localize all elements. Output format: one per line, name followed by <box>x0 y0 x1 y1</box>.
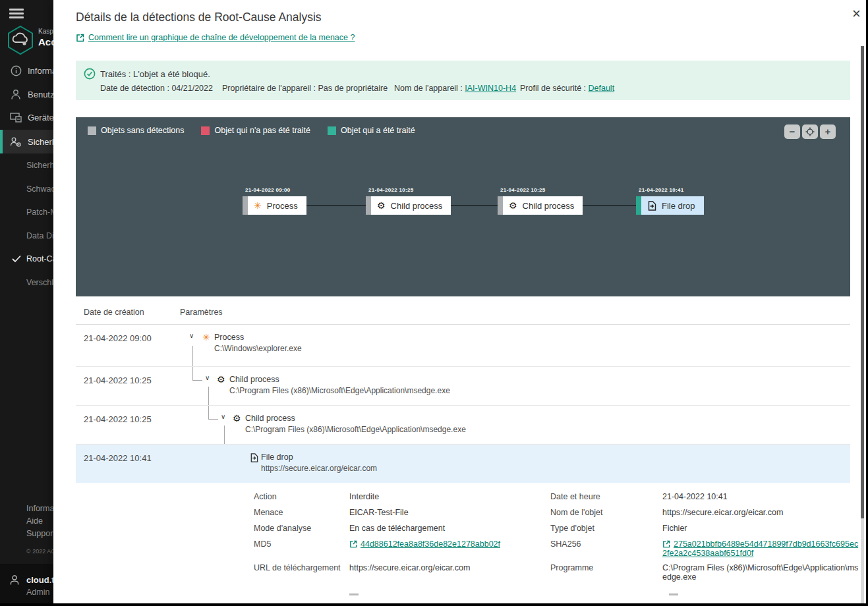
footer-link-information[interactable]: Informa <box>26 504 53 513</box>
row-date: 21-04-2022 09:00 <box>84 333 152 343</box>
datetime-value: 21-04-2022 10:41 <box>662 492 860 508</box>
footer-link-support[interactable]: Support <box>26 529 53 538</box>
sidebar-subitem-data-discovery[interactable]: Data Dis <box>26 231 53 240</box>
chevron-down-icon[interactable]: ∨ <box>205 375 210 381</box>
account-user-icon <box>9 574 20 586</box>
sidebar-account-area <box>0 564 53 606</box>
detection-details-modal: Détails de la détections de Root-Cause A… <box>53 0 868 606</box>
status-text: Traités : L'objet a été bloqué. <box>100 69 210 79</box>
info-icon <box>9 65 22 76</box>
check-icon <box>12 255 21 263</box>
chevron-down-icon[interactable]: ∨ <box>221 414 225 420</box>
row-type: Child process <box>229 375 279 384</box>
table-row-child-process-1[interactable]: 21-04-2022 10:25 ∨ ⚙ Child process C:\Pr… <box>76 367 850 406</box>
node-status-bar <box>498 196 503 215</box>
graph-legend: Objets sans détections Objet qui n'a pas… <box>88 126 415 135</box>
action-label: Action <box>254 492 349 508</box>
account-name[interactable]: cloud.te <box>26 575 53 585</box>
security-profile-link[interactable]: Default <box>589 84 615 93</box>
device-name-field: Nom de l'appareil : IAI-WIN10-H4 <box>394 84 520 93</box>
app-logo: Kaspe Acco <box>7 25 53 57</box>
sidebar-subitem-patch-management[interactable]: Patch-M <box>26 207 53 217</box>
hamburger-menu-icon[interactable] <box>9 9 24 19</box>
object-name-label: Nom de l'objet <box>550 508 662 524</box>
scan-mode-label: Mode d'analyse <box>254 524 349 539</box>
row-type: Child process <box>245 414 295 423</box>
node-timestamp: 21-04-2022 09:00 <box>245 187 290 193</box>
node-label: Process <box>267 201 298 211</box>
row-date: 21-04-2022 10:41 <box>84 453 152 463</box>
table-row-child-process-2[interactable]: 21-04-2022 10:25 ∨ ⚙ Child process C:\Pr… <box>76 406 850 445</box>
table-header: Date de création Paramètres <box>76 300 850 325</box>
sha256-link[interactable]: 275a021bbfb6489e54d471899f7db9d1663fc695… <box>662 539 858 558</box>
table-row-process[interactable]: 21-04-2022 09:00 ∨ ✳ Process C:\Windows\… <box>76 325 850 367</box>
detection-date-field: Date de détection : 04/21/2022 <box>100 84 222 93</box>
sidebar-subitem-security[interactable]: Sicherhe <box>26 161 53 170</box>
md5-link[interactable]: 44d88612fea8a8f36de82e1278abb02f <box>361 539 500 549</box>
sidebar-item-label: Benutze <box>28 90 53 99</box>
md5-label: MD5 <box>254 539 349 563</box>
sidebar-subitem-encryption[interactable]: Verschlü <box>26 278 53 287</box>
security-users-gear-icon <box>9 136 22 148</box>
chain-connector-line <box>244 205 669 206</box>
object-type-label: Type d'objet <box>550 524 662 539</box>
process-burst-icon: ✳ <box>202 333 210 342</box>
datetime-label: Date et heure <box>550 492 662 508</box>
threat-value: EICAR-Test-File <box>349 508 550 524</box>
node-status-bar <box>636 196 641 215</box>
help-link[interactable]: Comment lire un graphique de chaîne de d… <box>76 33 355 42</box>
node-status-bar <box>366 196 371 215</box>
sidebar-subitem-label: Root-Ca <box>26 254 53 263</box>
brand-name: Kaspe <box>38 28 53 35</box>
sidebar-subitem-root-cause[interactable]: Root-Ca <box>26 254 53 263</box>
gear-icon: ⚙ <box>509 201 517 210</box>
zoom-out-button[interactable]: − <box>784 124 800 139</box>
legend-gray-swatch <box>88 126 96 135</box>
detection-detail-panel: Action Interdite Date et heure 21-04-202… <box>76 483 850 587</box>
gear-icon: ⚙ <box>377 201 386 210</box>
graph-node-child-process-1[interactable]: ⚙ Child process <box>366 196 451 215</box>
sidebar: Kaspe Acco Informa Benutze Geräte Sicher… <box>0 0 53 606</box>
legend-red-swatch <box>201 126 210 135</box>
threat-label: Menace <box>254 508 349 524</box>
program-label: Programme <box>550 563 662 587</box>
column-header-params: Paramètres <box>180 308 223 317</box>
kaspersky-hexagon-icon <box>7 25 34 55</box>
detection-date-value: 04/21/2022 <box>171 84 213 93</box>
threat-chain-graph: Objets sans détections Objet qui n'a pas… <box>76 117 850 296</box>
root-cause-analysis-screen: { "sidebar": { "brand_top": "Kaspe", "br… <box>0 0 868 606</box>
legend-not-processed: Objet qui n'a pas été traité <box>201 126 310 135</box>
row-path: C:\Windows\explorer.exe <box>214 344 302 353</box>
sidebar-item-information[interactable]: Informa <box>0 59 53 82</box>
object-name-value: https://secure.eicar.org/eicar.com <box>662 508 860 524</box>
footer-link-help[interactable]: Aide <box>26 516 53 526</box>
device-owner-value: Pas de propriétaire <box>318 84 388 93</box>
clipped-text-fragment <box>669 593 678 595</box>
copyright: © 2022 AO <box>26 548 53 555</box>
graph-node-file-drop[interactable]: File drop <box>636 196 704 215</box>
node-label: Child process <box>523 201 575 211</box>
scrollbar-track[interactable] <box>861 518 864 603</box>
zoom-in-button[interactable]: + <box>820 124 836 139</box>
sidebar-item-security[interactable]: Sicherhe <box>0 130 53 153</box>
sidebar-item-label: Geräte <box>28 113 53 123</box>
devices-icon <box>9 112 22 123</box>
security-profile-field: Profil de sécurité : Default <box>520 84 614 93</box>
device-name-link[interactable]: IAI-WIN10-H4 <box>465 84 516 93</box>
node-label: File drop <box>662 201 695 211</box>
sidebar-subitem-vulnerabilities[interactable]: Schwac <box>26 184 53 194</box>
help-link-label: Comment lire un graphique de chaîne de d… <box>88 33 355 42</box>
close-icon[interactable]: × <box>852 7 861 21</box>
table-row-file-drop[interactable]: 21-04-2022 10:41 File drop https://secur… <box>76 445 850 483</box>
sha256-value: 275a021bbfb6489e54d471899f7db9d1663fc695… <box>662 539 860 563</box>
graph-node-process[interactable]: ✳ Process <box>243 196 306 215</box>
center-view-button[interactable] <box>802 124 818 139</box>
sidebar-item-users[interactable]: Benutze <box>0 82 53 106</box>
account-role: Admin <box>26 588 49 597</box>
chevron-down-icon[interactable]: ∨ <box>189 333 194 339</box>
clipped-text-fragment <box>349 593 359 595</box>
graph-node-child-process-2[interactable]: ⚙ Child process <box>498 196 583 215</box>
md5-value: 44d88612fea8a8f36de82e1278abb02f <box>349 539 550 563</box>
sidebar-item-devices[interactable]: Geräte <box>0 105 53 129</box>
scrollbar-thumb[interactable] <box>861 46 864 518</box>
